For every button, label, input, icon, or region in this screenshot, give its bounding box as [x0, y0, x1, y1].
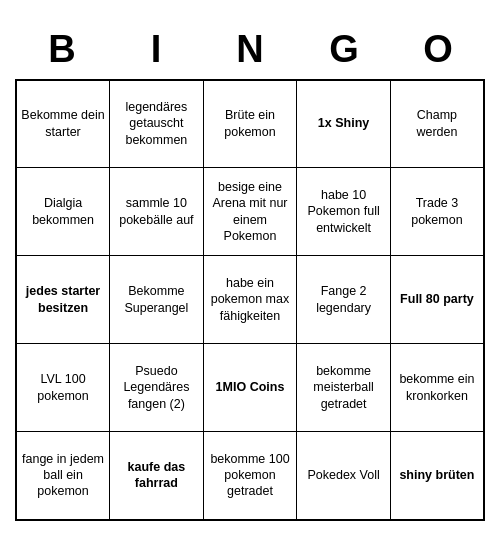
table-row: LVL 100 pokemonPsuedo Legendäres fangen …: [16, 344, 484, 432]
cell-1-0: Dialgia bekommen: [16, 168, 110, 256]
cell-4-1: kaufe das fahrrad: [110, 432, 204, 520]
cell-4-3: Pokedex Voll: [297, 432, 391, 520]
cell-1-4: Trade 3 pokemon: [390, 168, 484, 256]
title-letter: I: [112, 28, 200, 71]
title-letter: G: [300, 28, 388, 71]
cell-1-1: sammle 10 pokebälle auf: [110, 168, 204, 256]
cell-4-0: fange in jedem ball ein pokemon: [16, 432, 110, 520]
title-letter: B: [18, 28, 106, 71]
cell-2-3: Fange 2 legendary: [297, 256, 391, 344]
bingo-grid: Bekomme dein starterlegendäres getauscht…: [15, 79, 485, 521]
cell-3-4: bekomme ein kronkorken: [390, 344, 484, 432]
table-row: jedes starter besitzenBekomme Superangel…: [16, 256, 484, 344]
cell-3-2: 1MIO Coins: [203, 344, 297, 432]
cell-2-2: habe ein pokemon max fähigkeiten: [203, 256, 297, 344]
cell-3-0: LVL 100 pokemon: [16, 344, 110, 432]
table-row: fange in jedem ball ein pokemonkaufe das…: [16, 432, 484, 520]
cell-0-1: legendäres getauscht bekommen: [110, 80, 204, 168]
cell-4-2: bekomme 100 pokemon getradet: [203, 432, 297, 520]
table-row: Dialgia bekommensammle 10 pokebälle aufb…: [16, 168, 484, 256]
title-letter: O: [394, 28, 482, 71]
cell-3-3: bekomme meisterball getradet: [297, 344, 391, 432]
table-row: Bekomme dein starterlegendäres getauscht…: [16, 80, 484, 168]
cell-4-4: shiny brüten: [390, 432, 484, 520]
bingo-card: BINGO Bekomme dein starterlegendäres get…: [15, 24, 485, 521]
cell-2-4: Full 80 party: [390, 256, 484, 344]
cell-0-0: Bekomme dein starter: [16, 80, 110, 168]
cell-3-1: Psuedo Legendäres fangen (2): [110, 344, 204, 432]
title-letter: N: [206, 28, 294, 71]
cell-0-4: Champ werden: [390, 80, 484, 168]
cell-1-2: besige eine Arena mit nur einem Pokemon: [203, 168, 297, 256]
cell-2-1: Bekomme Superangel: [110, 256, 204, 344]
cell-0-2: Brüte ein pokemon: [203, 80, 297, 168]
bingo-title: BINGO: [15, 24, 485, 79]
cell-1-3: habe 10 Pokemon full entwickelt: [297, 168, 391, 256]
cell-2-0: jedes starter besitzen: [16, 256, 110, 344]
cell-0-3: 1x Shiny: [297, 80, 391, 168]
